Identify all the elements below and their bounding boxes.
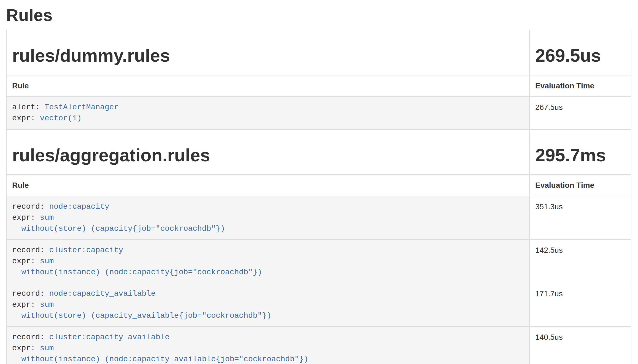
group-name-cell: rules/aggregation.rules — [6, 130, 529, 175]
evaluation-time-column-header: Evaluation Time — [529, 175, 631, 196]
expr-link[interactable]: without(store) (capacity{job="cockroachd… — [12, 224, 225, 233]
evaluation-time-column-header: Evaluation Time — [529, 75, 631, 97]
rule-code: record: cluster:capacity expr: sum witho… — [12, 245, 524, 278]
rule-row: record: cluster:capacity_available expr:… — [6, 327, 631, 364]
column-header-row: Rule Evaluation Time — [6, 175, 631, 196]
rule-keyword: expr: — [12, 114, 40, 123]
record-name-link[interactable]: cluster:capacity_available — [49, 333, 169, 341]
rule-row: record: node:capacity expr: sum without(… — [6, 196, 631, 240]
rule-row: alert: TestAlertManager expr: vector(1) … — [6, 97, 631, 129]
record-name-link[interactable]: node:capacity — [49, 202, 109, 211]
rule-keyword: expr: — [12, 300, 40, 309]
expr-link[interactable]: without(instance) (node:capacity_availab… — [12, 355, 308, 363]
rule-definition-cell: record: node:capacity_available expr: su… — [6, 283, 529, 327]
group-name-cell: rules/dummy.rules — [6, 30, 529, 75]
page-title: Rules — [6, 6, 631, 25]
rule-keyword: expr: — [12, 213, 40, 222]
column-header-row: Rule Evaluation Time — [6, 75, 631, 97]
expr-link[interactable]: vector(1) — [40, 114, 82, 123]
expr-link[interactable]: without(instance) (node:capacity{job="co… — [12, 268, 262, 276]
group-evaluation-time: 269.5us — [535, 46, 625, 66]
group-eval-cell: 295.7ms — [529, 130, 631, 175]
group-eval-cell: 269.5us — [529, 30, 631, 75]
group-file-name: rules/dummy.rules — [12, 46, 524, 66]
expr-link[interactable]: sum — [40, 300, 54, 309]
rule-group-table: rules/aggregation.rules 295.7ms Rule Eva… — [6, 129, 631, 364]
expr-link[interactable]: sum — [40, 344, 54, 352]
group-header-row: rules/aggregation.rules 295.7ms — [6, 130, 631, 175]
rule-column-header: Rule — [6, 175, 529, 196]
group-evaluation-time: 295.7ms — [535, 145, 625, 165]
rule-code: record: node:capacity_available expr: su… — [12, 288, 524, 321]
expr-link[interactable]: sum — [40, 257, 54, 265]
rule-evaluation-time: 171.7us — [529, 283, 631, 327]
rules-page: Rules rules/dummy.rules 269.5us Rule Eva… — [0, 6, 638, 364]
alert-name-link[interactable]: TestAlertManager — [45, 103, 119, 112]
rule-keyword: record: — [12, 333, 49, 341]
rule-definition-cell: record: cluster:capacity expr: sum witho… — [6, 240, 529, 283]
rule-keyword: record: — [12, 246, 49, 254]
rule-row: record: cluster:capacity expr: sum witho… — [6, 240, 631, 283]
rule-evaluation-time: 140.5us — [529, 327, 631, 364]
rule-keyword: record: — [12, 202, 49, 211]
rule-evaluation-time: 267.5us — [529, 97, 631, 129]
rule-keyword: record: — [12, 289, 49, 298]
rule-keyword: alert: — [12, 103, 45, 112]
rule-group-table: rules/dummy.rules 269.5us Rule Evaluatio… — [6, 30, 631, 129]
record-name-link[interactable]: cluster:capacity — [49, 246, 123, 254]
rule-definition-cell: alert: TestAlertManager expr: vector(1) — [6, 97, 529, 129]
rule-definition-cell: record: cluster:capacity_available expr:… — [6, 327, 529, 364]
rule-evaluation-time: 351.3us — [529, 196, 631, 240]
group-file-name: rules/aggregation.rules — [12, 145, 524, 165]
rule-keyword: expr: — [12, 344, 40, 352]
rule-definition-cell: record: node:capacity expr: sum without(… — [6, 196, 529, 240]
expr-link[interactable]: without(store) (capacity_available{job="… — [12, 311, 271, 320]
rule-keyword: expr: — [12, 257, 40, 265]
expr-link[interactable]: sum — [40, 213, 54, 222]
rule-code: alert: TestAlertManager expr: vector(1) — [12, 102, 524, 124]
rule-row: record: node:capacity_available expr: su… — [6, 283, 631, 327]
record-name-link[interactable]: node:capacity_available — [49, 289, 155, 298]
rule-groups: rules/dummy.rules 269.5us Rule Evaluatio… — [6, 30, 631, 364]
rule-evaluation-time: 142.5us — [529, 240, 631, 283]
group-header-row: rules/dummy.rules 269.5us — [6, 30, 631, 75]
rule-code: record: cluster:capacity_available expr:… — [12, 332, 524, 364]
rule-column-header: Rule — [6, 75, 529, 97]
rule-code: record: node:capacity expr: sum without(… — [12, 201, 524, 234]
